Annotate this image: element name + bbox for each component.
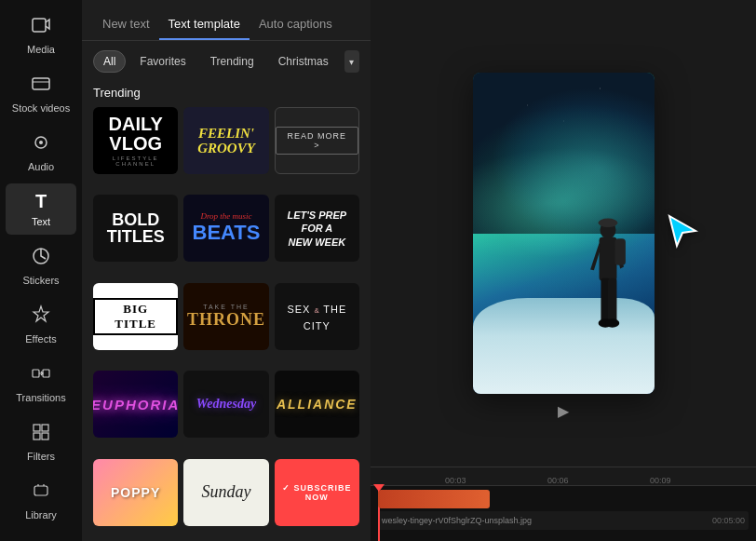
template-wednesday[interactable]: Wednesday	[183, 371, 268, 438]
template-subscribe[interactable]: ✓ SUBSCRIBENOW	[275, 459, 359, 526]
text-icon: T	[35, 191, 47, 212]
sidebar-item-label-library: Library	[25, 509, 57, 521]
template-feelin-groovy[interactable]: FEELIN'GROOVY	[183, 107, 268, 174]
sidebar-item-stickers[interactable]: Stickers	[6, 238, 76, 293]
svg-rect-15	[599, 237, 616, 280]
template-bold-titles[interactable]: BOLDTITLES	[93, 195, 178, 262]
sidebar-item-audio[interactable]: Audio	[6, 125, 76, 180]
clip-filename: wesley-tingey-rV0fShglrZQ-unsplash.jpg	[382, 516, 709, 525]
trending-section-label: Trending	[82, 82, 371, 107]
filters-icon	[31, 422, 51, 447]
svg-rect-6	[33, 370, 39, 377]
template-take-throne[interactable]: TAKE THE THRONE	[183, 283, 268, 350]
svg-rect-9	[42, 425, 48, 431]
sidebar-item-library[interactable]: Library	[6, 473, 76, 528]
template-euphoria[interactable]: EUPHORIA	[93, 371, 178, 438]
svg-rect-0	[33, 19, 46, 32]
svg-point-14	[598, 219, 617, 227]
track-clip-orange	[378, 490, 490, 508]
template-drop-beats[interactable]: Drop the music BEATS	[183, 195, 268, 262]
filter-trending[interactable]: Trending	[200, 50, 264, 73]
template-sunday[interactable]: Sunday	[183, 459, 268, 526]
preview-image	[473, 73, 655, 394]
filter-more-dropdown[interactable]: ▾	[344, 50, 359, 73]
sidebar-item-label-media: Media	[27, 44, 55, 55]
panel-tabs: New text Text template Auto captions	[82, 0, 371, 41]
ruler-tick-3: 00:09	[650, 476, 671, 485]
stickers-icon	[31, 246, 51, 271]
clip-duration: 00:05:00	[712, 516, 745, 525]
timeline-tracks: wesley-tingey-rV0fShglrZQ-unsplash.jpg 0…	[371, 486, 756, 541]
transitions-icon	[31, 363, 51, 388]
template-big-title[interactable]: BIG TITLE	[93, 283, 178, 350]
audio-icon	[31, 132, 51, 157]
stock-videos-icon	[31, 74, 51, 99]
sidebar-item-label-audio: Audio	[28, 161, 54, 172]
sidebar-item-text[interactable]: T Text	[6, 183, 76, 235]
timeline-ruler: 00:03 00:06 00:09	[371, 467, 756, 486]
effects-icon	[31, 304, 51, 330]
svg-point-19	[605, 318, 619, 327]
play-icon: ▶	[558, 402, 569, 420]
sidebar: Media Stock videos Audio T Text Stickers…	[0, 0, 82, 541]
filter-favorites[interactable]: Favorites	[129, 50, 196, 73]
svg-rect-7	[43, 370, 49, 377]
sidebar-item-label-transitions: Transitions	[16, 392, 65, 403]
sidebar-item-label-stock: Stock videos	[12, 102, 70, 114]
template-daily-vlog[interactable]: DAILYVLOG LIFESTYLE CHANNEL	[93, 107, 178, 174]
main-area: ▶ 00:03 00:06 00:09	[371, 0, 756, 541]
sidebar-item-filters[interactable]: Filters	[6, 414, 76, 469]
filter-all[interactable]: All	[93, 50, 126, 73]
svg-rect-8	[34, 425, 40, 431]
preview-area: ▶	[371, 0, 756, 467]
track-info: wesley-tingey-rV0fShglrZQ-unsplash.jpg 0…	[378, 511, 749, 530]
svg-rect-17	[608, 278, 616, 322]
template-sex-city[interactable]: SEX & THECITY	[275, 283, 359, 350]
sidebar-item-label-filters: Filters	[27, 451, 55, 462]
sidebar-item-media[interactable]: Media	[6, 7, 76, 62]
person-silhouette	[580, 212, 636, 371]
text-panel: New text Text template Auto captions All…	[82, 0, 371, 541]
template-read-more[interactable]: READ MORE >	[275, 107, 359, 174]
svg-rect-12	[34, 486, 47, 495]
ruler-tick-1: 00:03	[445, 476, 466, 485]
media-icon	[31, 15, 51, 40]
svg-point-4	[39, 141, 43, 144]
play-button[interactable]: ▶	[554, 401, 573, 420]
template-lets-prep[interactable]: LET'S PREPFOR ANEW WEEK	[275, 195, 359, 262]
tab-auto-captions[interactable]: Auto captions	[250, 9, 342, 40]
preview-frame	[473, 73, 655, 394]
svg-rect-1	[33, 78, 49, 89]
track-orange[interactable]	[378, 490, 749, 508]
template-alliance[interactable]: ALLIANCE	[275, 371, 359, 438]
filter-bar: All Favorites Trending Christmas ▾	[82, 41, 371, 82]
tab-text-template[interactable]: Text template	[159, 9, 250, 40]
template-poppy[interactable]: POPPY	[93, 459, 178, 526]
sidebar-item-label-effects: Effects	[25, 333, 56, 345]
sidebar-item-transitions[interactable]: Transitions	[6, 356, 76, 411]
filter-christmas[interactable]: Christmas	[268, 50, 339, 73]
sidebar-item-stock-videos[interactable]: Stock videos	[6, 66, 76, 121]
tab-new-text[interactable]: New text	[93, 9, 159, 40]
cursor-arrow	[664, 212, 701, 250]
svg-rect-20	[614, 238, 625, 264]
svg-rect-10	[34, 433, 40, 440]
timeline: 00:03 00:06 00:09 wesley-tingey-rV0fShgl…	[371, 467, 756, 541]
template-grid: DAILYVLOG LIFESTYLE CHANNEL FEELIN'GROOV…	[82, 107, 371, 541]
ruler-tick-2: 00:06	[547, 476, 569, 485]
sidebar-item-label-stickers: Stickers	[22, 275, 59, 286]
library-icon	[31, 480, 51, 506]
sidebar-item-label-text: Text	[32, 216, 50, 227]
svg-rect-11	[42, 433, 48, 440]
sidebar-item-effects[interactable]: Effects	[6, 297, 76, 352]
